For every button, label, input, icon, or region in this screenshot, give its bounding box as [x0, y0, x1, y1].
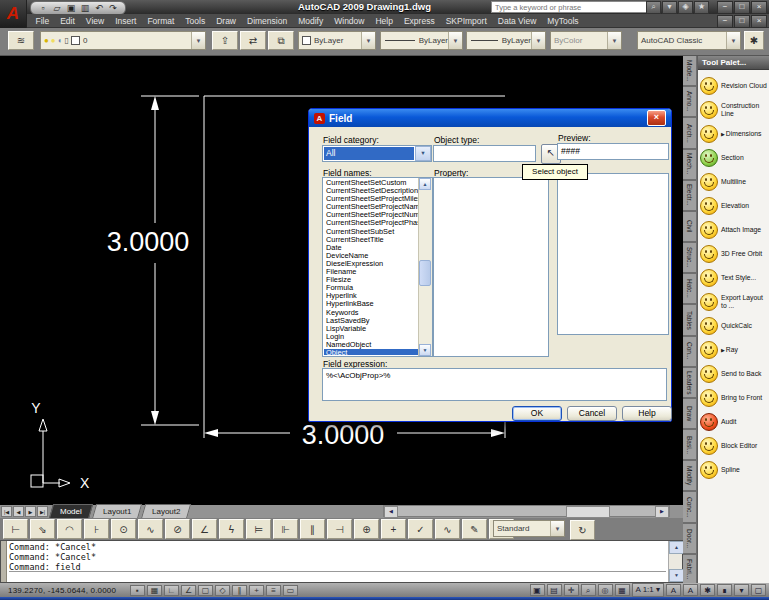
- menu-edit[interactable]: Edit: [55, 16, 81, 26]
- menu-mytools[interactable]: MyTools: [542, 16, 584, 26]
- close-button[interactable]: ×: [751, 15, 767, 28]
- minimize-button[interactable]: −: [717, 15, 733, 28]
- palette-item-export-layout-to[interactable]: Export Layout to ...: [700, 291, 767, 312]
- scrollbar-thumb[interactable]: [419, 260, 431, 286]
- dim-break-button[interactable]: ⊣: [327, 519, 352, 539]
- favorites-button[interactable]: ★: [694, 1, 709, 14]
- model-space-toggle-button[interactable]: ▣: [530, 584, 545, 596]
- chevron-down-icon[interactable]: ▼: [448, 32, 462, 49]
- palette-title[interactable]: Tool Palet...: [698, 55, 769, 70]
- palette-tab-conc[interactable]: Conc...: [683, 491, 697, 522]
- ok-button[interactable]: OK: [512, 406, 562, 421]
- format-list[interactable]: [557, 173, 669, 335]
- field-category-combo[interactable]: All ▼: [322, 145, 432, 162]
- palette-item-section[interactable]: Section: [700, 147, 767, 168]
- dim-baseline-button[interactable]: ⊨: [246, 519, 271, 539]
- layer-previous-button[interactable]: ⇄: [240, 31, 266, 50]
- save-button[interactable]: ▣: [65, 3, 77, 13]
- palette-item-construction-line[interactable]: Construction Line: [700, 99, 767, 120]
- command-window-grip[interactable]: [1, 541, 7, 582]
- menu-draw[interactable]: Draw: [211, 16, 242, 26]
- dim-diameter-button[interactable]: ⊘: [165, 519, 190, 539]
- horizontal-scrollbar[interactable]: ◀ ▶: [383, 505, 670, 517]
- field-names-list[interactable]: CurrentSheetSetCustomCurrentSheetSetDesc…: [322, 177, 433, 357]
- dim-arc-length-button[interactable]: ◠: [57, 519, 82, 539]
- scroll-up-icon[interactable]: ▲: [419, 178, 431, 190]
- search-button[interactable]: ⌕: [646, 1, 661, 14]
- palette-item-multiline[interactable]: Multiline: [700, 171, 767, 192]
- dim-update-button[interactable]: ↻: [570, 520, 595, 540]
- zoom-button[interactable]: ⌕: [581, 584, 596, 596]
- workspace-gear-icon[interactable]: ✱: [744, 31, 764, 50]
- dim-angular-button[interactable]: ∠: [192, 519, 217, 539]
- palette-item-ray[interactable]: ▶Ray: [700, 339, 767, 360]
- menu-window[interactable]: Window: [329, 16, 370, 26]
- minimize-button[interactable]: −: [717, 1, 733, 14]
- palette-item-send-to-back[interactable]: Send to Back: [700, 363, 767, 384]
- tab-layout2[interactable]: Layout2: [141, 504, 192, 519]
- pan-button[interactable]: ✛: [564, 584, 579, 596]
- layout-space-toggle-button[interactable]: ▤: [547, 584, 562, 596]
- layer-properties-button[interactable]: ≋: [8, 31, 34, 50]
- dialog-close-button[interactable]: ×: [647, 110, 666, 126]
- menu-dimension[interactable]: Dimension: [242, 16, 293, 26]
- palette-tab-modify[interactable]: Modify: [683, 460, 697, 491]
- menu-insert[interactable]: Insert: [110, 16, 142, 26]
- palette-tab-hatc[interactable]: Hatc...: [683, 273, 697, 304]
- palette-tab-arch[interactable]: Arch...: [683, 117, 697, 148]
- toolbar-lock-button[interactable]: ∎: [717, 584, 732, 596]
- palette-tab-basi[interactable]: Basi...: [683, 429, 697, 460]
- help-button[interactable]: Help: [622, 406, 672, 421]
- dim-aligned-button[interactable]: ⇘: [30, 519, 55, 539]
- clean-screen-button[interactable]: ▢: [751, 584, 766, 596]
- dim-style-combo[interactable]: Standard ▼: [493, 520, 565, 537]
- lineweight-combo[interactable]: ByLayer ▼: [466, 31, 546, 50]
- scroll-down-icon[interactable]: ▼: [669, 569, 684, 582]
- snap-toggle[interactable]: ▪: [130, 585, 145, 596]
- menu-file[interactable]: File: [30, 16, 55, 26]
- dim-tolerance-button[interactable]: ⊕: [354, 519, 379, 539]
- plot-button[interactable]: ▥: [79, 3, 91, 13]
- scroll-left-icon[interactable]: ◀: [384, 506, 398, 518]
- status-menu-arrow-button[interactable]: ▾: [734, 584, 749, 596]
- layer-combo[interactable]: ●●◐▯ 0 ▼: [40, 31, 206, 50]
- restore-button[interactable]: □: [734, 1, 750, 14]
- redo-button[interactable]: ↷: [107, 3, 119, 13]
- menu-skpimport[interactable]: SKPImport: [440, 16, 492, 26]
- communication-center-button[interactable]: ◈: [678, 1, 693, 14]
- palette-tab-leaders[interactable]: Leaders: [683, 367, 697, 398]
- dialog-title-bar[interactable]: A Field ×: [309, 109, 671, 127]
- tab-layout1[interactable]: Layout1: [92, 504, 143, 519]
- dim-continue-button[interactable]: ⊩: [273, 519, 298, 539]
- list-scrollbar[interactable]: ▲ ▼: [418, 178, 432, 356]
- menu-express[interactable]: Express: [398, 16, 440, 26]
- palette-tab-civil[interactable]: Civil: [683, 211, 697, 242]
- make-layer-current-button[interactable]: ⇪: [212, 31, 238, 50]
- chevron-down-icon[interactable]: ▼: [531, 32, 545, 49]
- tab-last-button[interactable]: ▶|: [37, 506, 48, 517]
- chevron-down-icon[interactable]: ▼: [415, 146, 431, 161]
- palette-tab-door[interactable]: Door...: [683, 523, 697, 554]
- palette-tab-mode[interactable]: Mode...: [683, 55, 697, 86]
- undo-button[interactable]: ↶: [93, 3, 105, 13]
- show-motion-button[interactable]: ▦: [615, 584, 630, 596]
- qp-toggle[interactable]: ▭: [283, 585, 298, 596]
- dim-edit-button[interactable]: ✎: [462, 519, 487, 539]
- menu-format[interactable]: Format: [142, 16, 180, 26]
- dyn-toggle[interactable]: +: [249, 585, 264, 596]
- search-options-button[interactable]: ▾: [662, 1, 677, 14]
- annotation-scale-button[interactable]: A 1:1 ▾: [632, 583, 664, 597]
- linetype-combo[interactable]: ByLayer ▼: [380, 31, 463, 50]
- menu-tools[interactable]: Tools: [180, 16, 211, 26]
- workspace-combo[interactable]: AutoCAD Classic ▼: [637, 31, 741, 50]
- ducs-toggle[interactable]: ∥: [232, 585, 247, 596]
- dim-jogged-button[interactable]: ∿: [138, 519, 163, 539]
- restore-button[interactable]: □: [734, 15, 750, 28]
- field-name-object[interactable]: Object: [324, 349, 418, 355]
- menu-data-view[interactable]: Data View: [492, 16, 542, 26]
- palette-tab-anno[interactable]: Anno...: [683, 86, 697, 117]
- menu-modify[interactable]: Modify: [293, 16, 329, 26]
- steering-wheel-button[interactable]: ◎: [598, 584, 613, 596]
- status-menu-gear-button[interactable]: ✱: [700, 584, 715, 596]
- palette-item-attach-image[interactable]: Attach Image: [700, 219, 767, 240]
